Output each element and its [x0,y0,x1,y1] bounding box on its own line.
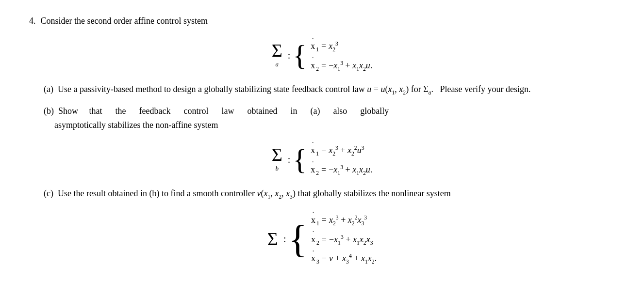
problem-container: 4. Consider the second order affine cont… [29,15,615,267]
part-c-label: (c) [44,188,53,198]
eq-b-1-rhs: x23 + x22u3 [329,142,364,159]
part-c: (c) Use the result obtained in (b) to fi… [44,187,615,202]
eq-a-2-lhs: x2 [311,56,319,74]
eq-c-2-eq: = [322,232,327,247]
eq-c-2: x2 = −x13 + x1x2x3 [311,230,377,248]
part-b-text2: asymptotically stabilizes the non-affine… [54,119,615,132]
brace-b: { [293,145,307,174]
sigma-c-symbol: Σ [267,230,278,248]
eq-a-2-eq: = [321,58,326,73]
problem-intro-text: Consider the second order affine control… [41,15,208,28]
part-a-label: (a) [44,84,53,94]
part-c-text: (c) Use the result obtained in (b) to fi… [44,187,615,202]
eq-a-1-lhs: x1 [311,36,319,55]
eq-c-1-eq: = [322,212,327,228]
eq-a-1-eq: = [321,38,326,54]
eq-c-2-lhs: x2 [311,230,319,248]
eq-b-1-eq: = [321,142,326,158]
brace-a: { [293,41,307,70]
system-a-equation: Σ a : { x1 = x23 x2 = −x13 + x1x2u. [29,36,615,74]
equations-c: x1 = x23 + x22x33 x2 = −x13 + x1x2x3 x3 … [311,210,377,267]
part-b: (b) Show that the feedback control law o… [44,104,615,132]
eq-b-1-lhs: x1 [311,141,319,159]
system-c-equation: Σ : { x1 = x23 + x22x33 x2 = −x13 + x1x2… [29,210,615,267]
eq-c-1: x1 = x23 + x22x33 [311,210,377,229]
part-a-text: (a) Use a passivity-based method to desi… [44,82,615,97]
sigma-b-subscript: b [275,164,279,173]
eq-b-1: x1 = x23 + x22u3 [311,141,372,159]
part-b-text: (b) Show that the feedback control law o… [44,104,615,119]
sigma-a-subscript: a [275,60,279,69]
eq-a-1-rhs: x23 [329,38,338,55]
sigma-a-symbol: Σ [272,41,282,60]
eq-a-2-rhs: −x13 + x1x2u. [329,58,372,74]
eq-c-3-lhs: x3 [311,249,319,267]
sigma-b-symbol: Σ [272,145,282,164]
system-b-equation: Σ b : { x1 = x23 + x22u3 x2 = −x13 + x1x… [29,141,615,178]
eq-b-2-rhs: −x13 + x1x2u. [329,162,372,178]
problem-intro: 4. Consider the second order affine cont… [29,15,615,28]
eq-a-1: x1 = x23 [311,36,372,55]
eq-c-3-eq: = [322,250,327,266]
colon-c: : [283,232,286,246]
eq-a-2: x2 = −x13 + x1x2u. [311,56,372,74]
eq-b-2: x2 = −x13 + x1x2u. [311,160,372,178]
colon-b: : [288,152,291,167]
part-b-label: (b) [44,106,54,116]
part-a: (a) Use a passivity-based method to desi… [44,82,615,97]
problem-number: 4. [29,15,36,28]
eq-c-2-rhs: −x13 + x1x2x3 [329,232,373,248]
equations-a: x1 = x23 x2 = −x13 + x1x2u. [311,36,372,74]
brace-c: { [289,219,307,258]
eq-b-2-eq: = [321,162,326,177]
eq-c-3-rhs: v + x34 + x1x2. [329,250,377,267]
eq-c-1-lhs: x1 [311,210,319,229]
eq-c-1-rhs: x23 + x22x33 [329,212,367,229]
eq-c-3: x3 = v + x34 + x1x2. [311,249,377,267]
colon-a: : [288,48,291,63]
equations-b: x1 = x23 + x22u3 x2 = −x13 + x1x2u. [311,141,372,178]
eq-b-2-lhs: x2 [311,160,319,178]
